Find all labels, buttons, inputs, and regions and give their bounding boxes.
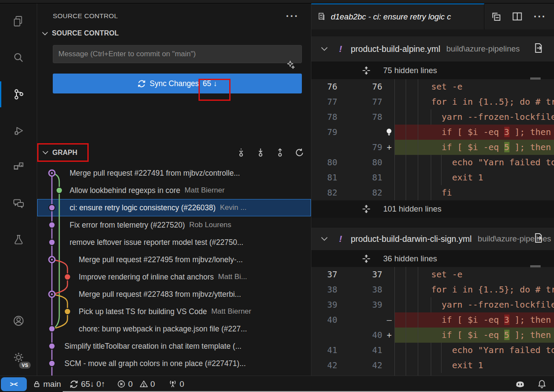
file-name: product-build-darwin-cli-sign.yml — [351, 234, 472, 244]
sidebar-source-control: SOURCE CONTROL ··· SOURCE CONTROL Sync C… — [37, 3, 311, 376]
diff-code-line[interactable]: 80 80 echo "Yarn failed too many times" … — [311, 155, 554, 170]
commit-row[interactable]: Merge pull request #227483 from mjbvz/yt… — [37, 286, 311, 303]
hidden-lines-bar[interactable]: 101 hidden lines — [311, 200, 554, 218]
diff-code-line[interactable]: 82 82 fi — [311, 185, 554, 200]
commit-message: Merge pull request #227491 from mjbvz/co… — [70, 169, 240, 178]
commit-row[interactable]: remove leftover issue reporter model tes… — [37, 234, 311, 251]
sidebar-more-actions-button[interactable]: ··· — [286, 14, 299, 18]
activity-item-search[interactable] — [0, 40, 37, 76]
diff-sign — [384, 94, 394, 109]
hidden-lines-bar[interactable]: 75 hidden lines — [311, 62, 554, 79]
code-text: if [ $i -eq 3 ]; then — [418, 125, 554, 140]
more-actions-button[interactable]: ··· — [534, 14, 546, 19]
scrollbar-thumb[interactable] — [530, 265, 541, 267]
commit-row[interactable]: chore: bump webpack in package.json file… — [37, 320, 311, 337]
activity-item-chat[interactable] — [0, 185, 37, 222]
commit-row[interactable]: SCM - move all graph colors in one place… — [37, 355, 311, 372]
diff-code-line[interactable]: 40 + if [ $i -eq 5 ]; then — [311, 328, 554, 343]
gutter-column — [394, 328, 406, 343]
code-text: fi — [418, 185, 554, 200]
push-button[interactable] — [275, 148, 285, 157]
diff-code-line[interactable]: 41 41 echo "Yarn failed too many times" … — [311, 343, 554, 358]
copilot-icon[interactable] — [515, 380, 525, 389]
tab-commit-diff[interactable]: d1eab2bc - ci: ensure retry logic c — [311, 3, 484, 29]
branch-status-item[interactable]: main — [33, 379, 61, 389]
scrollbar-thumb[interactable] — [530, 77, 541, 80]
line-number-new: 39 — [341, 297, 384, 312]
line-number-old: 81 — [311, 170, 341, 185]
commit-message-input[interactable] — [53, 45, 302, 63]
hidden-lines-label: 101 hidden lines — [383, 204, 442, 214]
commit-row[interactable]: Fix error from telemetry (#227520) Rob L… — [37, 216, 311, 234]
diff-gap — [311, 218, 554, 227]
code-text: for i in {1..5}; do # try 5 times — [418, 282, 554, 297]
commit-row[interactable]: Simplify titleToolbar creation in chat i… — [37, 337, 311, 355]
activity-item-extensions[interactable] — [0, 149, 37, 185]
collapse-all-button[interactable] — [491, 12, 501, 21]
commit-author: Matt Bi... — [218, 273, 247, 281]
commit-row[interactable]: ci: ensure retry logic consistency (#226… — [37, 199, 311, 216]
gutter-column — [406, 155, 418, 170]
problems-status-item[interactable]: 0 0 — [117, 379, 155, 389]
refresh-button[interactable] — [295, 148, 304, 157]
radio-tower-icon — [169, 380, 177, 388]
ports-status-item[interactable]: 0 — [169, 379, 184, 389]
diff-code-line[interactable]: 39 39 yarn --frozen-lockfile --check-fil… — [311, 297, 554, 312]
source-control-section-header[interactable]: SOURCE CONTROL — [37, 25, 311, 42]
diff-code-line[interactable]: 38 38 for i in {1..5}; do # try 5 times — [311, 282, 554, 297]
commit-row[interactable]: Merge pull request #227495 from mjbvz/lo… — [37, 251, 311, 268]
diff-code-line[interactable]: 79 + if [ $i -eq 5 ]; then — [311, 140, 554, 155]
diff-code-darwin[interactable]: 37 37 set -e 38 38 for i in {1..5}; do #… — [311, 267, 554, 376]
line-number-new — [341, 312, 384, 328]
hidden-lines-bar[interactable]: 36 hidden lines — [311, 251, 554, 267]
activity-item-settings[interactable]: VS — [0, 339, 37, 376]
commit-message: Allow lookbehind regexps in core — [70, 186, 180, 195]
sync-status-item[interactable]: 65↓ 0↑ — [70, 379, 105, 389]
sparkle-icon[interactable] — [286, 60, 295, 70]
diff-code-line[interactable]: 81 81 exit 1 — [311, 170, 554, 185]
commit-row[interactable]: Improve rendering of inline chat anchors… — [37, 268, 311, 286]
commit-message: Improve rendering of inline chat anchors — [79, 273, 214, 282]
pull-button[interactable] — [256, 148, 265, 157]
diff-code-line[interactable]: 40 — if [ $i -eq 3 ]; then — [311, 312, 554, 328]
hidden-lines-label: 36 hidden lines — [383, 254, 437, 263]
fetch-button[interactable] — [237, 148, 246, 157]
sync-button-label: Sync Changes — [150, 79, 199, 88]
diff-code-line[interactable]: 78 78 yarn --frozen-lockfile --check-fil… — [311, 109, 554, 125]
commit-message: SCM - move all graph colors in one place… — [64, 359, 246, 368]
gutter-column — [394, 267, 406, 282]
lightbulb-icon[interactable] — [385, 128, 393, 137]
diff-code-line[interactable]: 76 76 set -e — [311, 79, 554, 94]
activity-item-run-debug[interactable] — [0, 112, 37, 149]
graph-section-header[interactable]: GRAPH — [37, 143, 311, 162]
diff-code-line[interactable]: 37 37 set -e — [311, 267, 554, 282]
commit-message: Merge pull request #227495 from mjbvz/lo… — [79, 255, 243, 264]
commit-row[interactable]: Allow lookbehind regexps in core Matt Bi… — [37, 182, 311, 199]
error-icon — [117, 380, 125, 388]
diff-sign — [384, 297, 394, 312]
beaker-icon — [12, 233, 25, 246]
activity-item-testing[interactable] — [0, 222, 37, 258]
diff-code-alpine[interactable]: 76 76 set -e 77 77 for i in {1..5}; do #… — [311, 79, 554, 200]
activity-item-explorer[interactable] — [0, 3, 37, 40]
comments-icon — [12, 197, 25, 210]
diff-code-line[interactable]: 77 77 for i in {1..5}; do # try 5 times — [311, 94, 554, 109]
commit-row[interactable]: Pick up latest TS for building VS Code M… — [37, 303, 311, 320]
diff-code-line[interactable]: 42 42 exit 1 — [311, 358, 554, 373]
remote-indicator[interactable]: >< — [1, 377, 27, 391]
diff-gap — [311, 29, 554, 36]
code-text: if [ $i -eq 3 ]; then — [418, 312, 554, 328]
bell-icon[interactable] — [538, 379, 546, 389]
line-number-new: 76 — [341, 79, 384, 94]
goto-file-button[interactable] — [533, 43, 544, 55]
commit-row[interactable]: Merge pull request #227491 from mjbvz/co… — [37, 164, 311, 182]
activity-item-source-control[interactable] — [0, 76, 37, 112]
diff-code-line[interactable]: 79 if [ $i -eq 3 ]; then — [311, 125, 554, 140]
goto-file-button[interactable] — [533, 233, 544, 245]
file-header-alpine[interactable]: ! product-build-alpine.yml build\azure-p… — [311, 36, 554, 62]
file-header-darwin[interactable]: ! product-build-darwin-cli-sign.yml buil… — [311, 227, 554, 251]
activity-item-accounts[interactable] — [0, 303, 37, 339]
sync-changes-button[interactable]: Sync Changes 65 ↓ — [53, 74, 302, 93]
split-editor-button[interactable] — [512, 12, 522, 21]
gutter-column — [406, 170, 418, 185]
